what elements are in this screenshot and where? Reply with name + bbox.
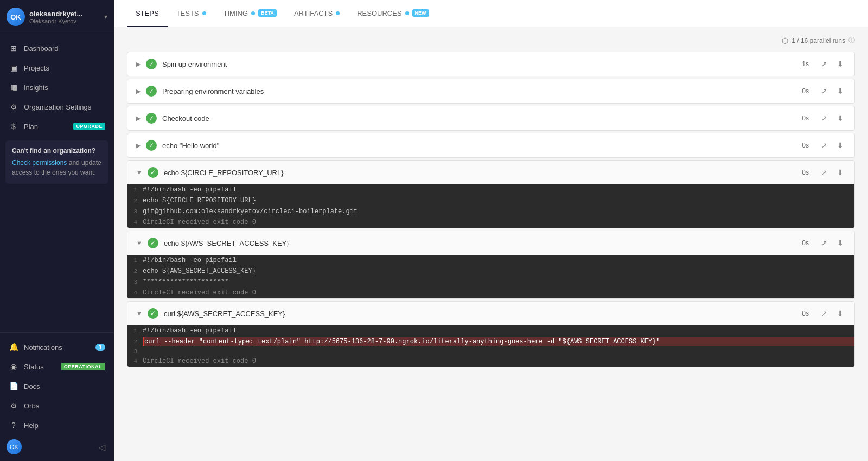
bell-icon: 🔔 bbox=[9, 342, 18, 352]
line-content: git@github.com:oleksandrkyetov/circleci-… bbox=[143, 207, 854, 216]
code-block: 1 #!/bin/bash -eo pipefail 2 echo ${CIRC… bbox=[127, 184, 854, 228]
code-line: 1 #!/bin/bash -eo pipefail bbox=[127, 325, 854, 336]
step-header-echo-hello[interactable]: ▶ ✓ echo "Hello world" 0s ↗ ⬇ bbox=[127, 133, 854, 157]
tab-label: ARTIFACTS bbox=[294, 9, 333, 17]
step-open-button[interactable]: ↗ bbox=[819, 59, 829, 69]
check-permissions-link[interactable]: Check permissions bbox=[12, 159, 67, 167]
step-row: ▶ ✓ echo "Hello world" 0s ↗ ⬇ bbox=[127, 133, 855, 158]
step-name: echo ${CIRCLE_REPOSITORY_URL} bbox=[164, 169, 796, 177]
step-header-echo-repo-url[interactable]: ▼ ✓ echo ${CIRCLE_REPOSITORY_URL} 0s ↗ ⬇ bbox=[127, 161, 854, 184]
code-line: 2 curl --header "content-type: text/plai… bbox=[127, 336, 854, 347]
step-row: ▼ ✓ echo ${AWS_SECRET_ACCESS_KEY} 0s ↗ ⬇… bbox=[127, 230, 855, 299]
step-time: 0s bbox=[802, 142, 809, 149]
sidebar-item-insights[interactable]: ▦ Insights bbox=[0, 78, 114, 97]
step-open-button[interactable]: ↗ bbox=[819, 113, 829, 124]
step-download-button[interactable]: ⬇ bbox=[835, 238, 846, 248]
avatar: OK bbox=[7, 8, 25, 26]
sidebar-item-help[interactable]: ? Help bbox=[0, 415, 114, 435]
step-download-button[interactable]: ⬇ bbox=[835, 308, 846, 319]
step-name: curl ${AWS_SECRET_ACCESS_KEY} bbox=[164, 310, 796, 318]
step-expand-icon: ▶ bbox=[136, 88, 141, 95]
line-content: echo ${AWS_SECRET_ACCESS_KEY} bbox=[143, 267, 854, 276]
code-block: 1 #!/bin/bash -eo pipefail 2 curl --head… bbox=[127, 325, 854, 367]
step-collapse-icon: ▼ bbox=[136, 169, 142, 176]
step-success-icon: ✓ bbox=[148, 308, 158, 319]
line-content: #!/bin/bash -eo pipefail bbox=[143, 185, 854, 194]
sidebar-item-org-settings[interactable]: ⚙ Organization Settings bbox=[0, 97, 114, 117]
step-download-button[interactable]: ⬇ bbox=[835, 86, 846, 97]
line-number: 4 bbox=[127, 290, 143, 296]
step-header-curl-aws-key[interactable]: ▼ ✓ curl ${AWS_SECRET_ACCESS_KEY} 0s ↗ ⬇ bbox=[127, 302, 854, 325]
line-number: 1 bbox=[127, 187, 143, 193]
step-download-button[interactable]: ⬇ bbox=[835, 167, 846, 178]
sidebar-item-label: Projects bbox=[24, 64, 105, 72]
notification-count-badge: 1 bbox=[95, 344, 105, 351]
line-content: echo ${CIRCLE_REPOSITORY_URL} bbox=[143, 196, 854, 205]
step-open-button[interactable]: ↗ bbox=[819, 238, 829, 248]
step-time: 0s bbox=[802, 114, 809, 122]
step-row: ▼ ✓ echo ${CIRCLE_REPOSITORY_URL} 0s ↗ ⬇… bbox=[127, 160, 855, 228]
sidebar-item-orbs[interactable]: ⚙ Orbs bbox=[0, 396, 114, 415]
step-expand-icon: ▶ bbox=[136, 142, 141, 149]
tab-dot-resources bbox=[405, 11, 409, 15]
step-download-button[interactable]: ⬇ bbox=[835, 140, 846, 151]
step-name: echo ${AWS_SECRET_ACCESS_KEY} bbox=[164, 239, 796, 247]
line-content: #!/bin/bash -eo pipefail bbox=[143, 326, 854, 335]
tab-label: STEPS bbox=[136, 9, 159, 17]
tab-timing[interactable]: TIMING BETA bbox=[215, 1, 285, 27]
tab-label: TIMING bbox=[224, 9, 248, 17]
sidebar-item-label: Docs bbox=[24, 382, 105, 390]
step-header-spin-up[interactable]: ▶ ✓ Spin up environment 1s ↗ ⬇ bbox=[127, 52, 854, 76]
code-line: 4 CircleCI received exit code 0 bbox=[127, 217, 854, 228]
sidebar-item-label: Status bbox=[24, 363, 61, 371]
line-number: 2 bbox=[127, 197, 143, 204]
step-success-icon: ✓ bbox=[146, 86, 157, 97]
beta-badge: BETA bbox=[258, 9, 277, 17]
sidebar-item-notifications[interactable]: 🔔 Notifications 1 bbox=[0, 337, 114, 357]
sidebar-item-label: Help bbox=[24, 421, 105, 430]
code-line: 4 CircleCI received exit code 0 bbox=[127, 356, 854, 367]
step-header-echo-aws-key[interactable]: ▼ ✓ echo ${AWS_SECRET_ACCESS_KEY} 0s ↗ ⬇ bbox=[127, 231, 854, 255]
sidebar-item-dashboard[interactable]: ⊞ Dashboard bbox=[0, 39, 114, 58]
step-time: 1s bbox=[802, 60, 809, 68]
step-header-checkout[interactable]: ▶ ✓ Checkout code 0s ↗ ⬇ bbox=[127, 106, 854, 130]
step-success-icon: ✓ bbox=[148, 238, 158, 248]
step-open-button[interactable]: ↗ bbox=[819, 86, 829, 97]
main-content: STEPS TESTS TIMING BETA ARTIFACTS RESOUR… bbox=[114, 0, 868, 461]
sidebar-item-status[interactable]: ◉ Status OPERATIONAL bbox=[0, 357, 114, 376]
step-expand-icon: ▶ bbox=[136, 115, 141, 122]
upgrade-badge: UPGRADE bbox=[73, 123, 105, 130]
sidebar-item-label: Organization Settings bbox=[24, 103, 105, 111]
steps-content: ⬡ 1 / 16 parallel runs ⓘ ▶ ✓ Spin up env… bbox=[114, 27, 868, 461]
step-time: 0s bbox=[802, 169, 809, 176]
sidebar-item-docs[interactable]: 📄 Docs bbox=[0, 376, 114, 396]
tab-artifacts[interactable]: ARTIFACTS bbox=[285, 1, 348, 27]
collapse-sidebar-button[interactable]: ◁ bbox=[97, 440, 107, 454]
step-header-prep-env[interactable]: ▶ ✓ Preparing environment variables 0s ↗… bbox=[127, 79, 854, 103]
parallel-runs-bar: ⬡ 1 / 16 parallel runs ⓘ bbox=[127, 36, 855, 45]
step-open-button[interactable]: ↗ bbox=[819, 308, 829, 319]
step-success-icon: ✓ bbox=[146, 113, 157, 124]
sidebar-item-plan[interactable]: $ Plan UPGRADE bbox=[0, 117, 114, 136]
folder-icon: ▣ bbox=[9, 63, 18, 73]
line-number: 3 bbox=[127, 279, 143, 285]
tab-steps[interactable]: STEPS bbox=[127, 1, 168, 27]
step-collapse-icon: ▼ bbox=[136, 240, 142, 246]
step-open-button[interactable]: ↗ bbox=[819, 167, 829, 178]
sidebar-user-header[interactable]: OK oleksandrkyet... Oleksandr Kyetov ▾ bbox=[0, 0, 114, 34]
step-success-icon: ✓ bbox=[146, 59, 157, 69]
line-content: CircleCI received exit code 0 bbox=[143, 357, 854, 366]
docs-icon: 📄 bbox=[9, 381, 18, 391]
code-line: 2 echo ${AWS_SECRET_ACCESS_KEY} bbox=[127, 266, 854, 277]
step-name: Preparing environment variables bbox=[162, 87, 796, 95]
tab-resources[interactable]: RESOURCES NEW bbox=[348, 1, 437, 27]
cant-find-org-box: Can't find an organization? Check permis… bbox=[5, 140, 108, 184]
sidebar-item-projects[interactable]: ▣ Projects bbox=[0, 58, 114, 78]
step-download-button[interactable]: ⬇ bbox=[835, 59, 846, 69]
tab-tests[interactable]: TESTS bbox=[168, 1, 215, 27]
line-number: 3 bbox=[127, 348, 143, 355]
fullname: Oleksandr Kyetov bbox=[29, 18, 104, 24]
step-success-icon: ✓ bbox=[146, 140, 157, 151]
step-open-button[interactable]: ↗ bbox=[819, 140, 829, 151]
step-download-button[interactable]: ⬇ bbox=[835, 113, 846, 124]
